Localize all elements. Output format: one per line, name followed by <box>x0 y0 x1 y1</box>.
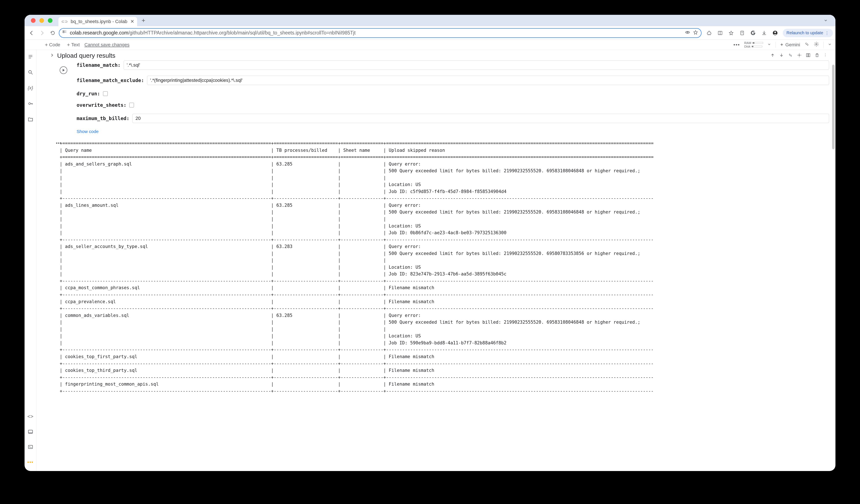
output-menu-icon[interactable]: ••• <box>56 140 61 146</box>
run-cell-button[interactable] <box>60 66 67 74</box>
move-down-icon[interactable] <box>779 53 784 58</box>
sparkle-icon: ✦ <box>780 42 784 47</box>
site-controls-icon[interactable] <box>62 30 67 36</box>
close-window-icon[interactable] <box>31 18 35 23</box>
svg-rect-6 <box>720 31 722 35</box>
browser-tabbar: ⊂⊃ bq_to_sheets.ipynb - Colab ✕ + <box>25 15 835 26</box>
terminal-rect-icon[interactable] <box>27 428 34 435</box>
extensions-icon[interactable] <box>705 29 713 37</box>
google-icon[interactable] <box>749 29 757 37</box>
svg-rect-0 <box>63 31 64 31</box>
cannot-save-link[interactable]: Cannot save changes <box>84 42 129 47</box>
svg-rect-1 <box>63 32 64 33</box>
tab-overflow-icon[interactable] <box>822 17 829 24</box>
eye-icon[interactable] <box>685 30 690 36</box>
svg-point-16 <box>29 70 31 73</box>
add-code-button[interactable]: +Code <box>43 41 62 49</box>
filename-match-label: filename_match: <box>76 62 120 68</box>
svg-point-12 <box>816 43 817 45</box>
toc-icon[interactable] <box>27 53 34 60</box>
back-button[interactable] <box>27 29 36 38</box>
delete-icon[interactable] <box>815 53 819 58</box>
colab-toolbar: +Code +Text Cannot save changes ••• RAM … <box>25 40 835 50</box>
filename-match-exclude-label: filename_match_exclude: <box>76 78 144 83</box>
relaunch-button[interactable]: Relaunch to update ⋮ <box>783 29 833 37</box>
colab-tab-icon: ⊂⊃ <box>61 19 68 24</box>
tab-title: bq_to_sheets.ipynb - Colab <box>71 19 127 24</box>
cell-more-icon[interactable]: ⋮ <box>823 53 827 58</box>
max-tb-label: maximum_tb_billed: <box>76 116 129 121</box>
svg-rect-5 <box>718 31 720 35</box>
svg-point-4 <box>687 32 688 33</box>
resource-menu-icon[interactable] <box>767 42 771 47</box>
overwrite-sheets-checkbox[interactable] <box>129 103 134 107</box>
dry-run-label: dry_run: <box>76 91 100 97</box>
code-icon[interactable]: <> <box>27 413 34 420</box>
reader-icon[interactable] <box>716 29 724 37</box>
bookmark-star-icon[interactable] <box>693 30 698 36</box>
section-title: Upload query results <box>57 52 115 59</box>
bookmark-icon[interactable] <box>727 29 735 37</box>
svg-point-25 <box>799 55 800 56</box>
cell-header: Upload query results ⋮ <box>37 50 835 60</box>
new-tab-button[interactable]: + <box>140 17 147 24</box>
url-text: colab.research.google.com/github/HTTPArc… <box>70 30 682 36</box>
address-bar[interactable]: colab.research.google.com/github/HTTPArc… <box>59 28 702 38</box>
minimize-window-icon[interactable] <box>39 18 44 23</box>
svg-point-11 <box>774 31 776 33</box>
svg-line-17 <box>31 73 32 74</box>
left-sidebar: {x} <> ••• <box>25 50 37 471</box>
overwrite-sheets-label: overwrite_sheets: <box>76 102 126 108</box>
cell-settings-icon[interactable] <box>797 53 802 58</box>
reload-button[interactable] <box>48 29 57 38</box>
variables-icon[interactable]: {x} <box>27 84 34 92</box>
secrets-icon[interactable] <box>27 100 34 107</box>
collapse-toolbar-icon[interactable] <box>828 42 832 47</box>
dry-run-checkbox[interactable] <box>103 91 108 96</box>
settings-icon[interactable] <box>814 42 819 48</box>
maximize-window-icon[interactable] <box>48 18 53 23</box>
command-icon[interactable] <box>27 443 34 451</box>
link-icon[interactable] <box>804 42 809 48</box>
mirror-icon[interactable] <box>806 53 811 58</box>
window-controls <box>31 18 53 23</box>
browser-tab[interactable]: ⊂⊃ bq_to_sheets.ipynb - Colab ✕ <box>58 17 137 26</box>
resource-usage[interactable]: RAM Disk <box>744 41 763 48</box>
browser-toolbar: colab.research.google.com/github/HTTPArc… <box>25 26 835 40</box>
close-tab-icon[interactable]: ✕ <box>130 19 134 24</box>
profile-icon[interactable] <box>771 29 779 37</box>
downloads-icon[interactable] <box>760 29 768 37</box>
filename-match-input[interactable] <box>124 60 829 70</box>
show-code-link[interactable]: Show code <box>76 129 829 134</box>
svg-rect-26 <box>806 54 808 57</box>
add-text-button[interactable]: +Text <box>65 41 82 49</box>
scrollbar[interactable] <box>832 65 835 149</box>
more-dots-icon[interactable]: ••• <box>733 42 740 48</box>
svg-point-18 <box>29 103 30 105</box>
files-icon[interactable] <box>27 116 34 123</box>
collapse-section-icon[interactable] <box>50 53 54 58</box>
output-table: +=======================================… <box>60 140 835 395</box>
filename-match-exclude-input[interactable] <box>147 76 829 85</box>
cell-link-icon[interactable] <box>788 53 793 58</box>
search-icon[interactable] <box>27 69 34 76</box>
max-tb-input[interactable] <box>132 114 829 123</box>
gemini-button[interactable]: ✦ Gemini <box>780 42 800 47</box>
svg-rect-27 <box>808 54 810 57</box>
forward-button[interactable] <box>38 29 46 38</box>
svg-rect-24 <box>28 445 32 448</box>
reading-list-icon[interactable] <box>738 29 746 37</box>
move-up-icon[interactable] <box>770 53 775 58</box>
menu-dots-icon: ⋮ <box>825 30 829 35</box>
more-icon[interactable]: ••• <box>27 458 34 466</box>
